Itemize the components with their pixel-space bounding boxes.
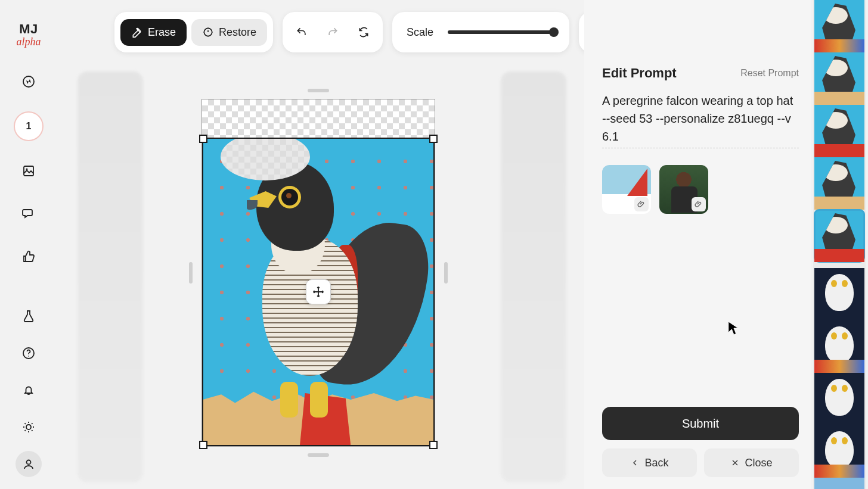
transparent-area: [202, 99, 435, 138]
history-thumb-selected[interactable]: [814, 210, 864, 262]
history-thumb[interactable]: [814, 105, 864, 157]
history-thumb[interactable]: [814, 157, 864, 210]
extend-handle-bottom[interactable]: [308, 453, 329, 457]
logo: MJ alpha: [16, 21, 41, 48]
history-thumb[interactable]: [814, 268, 864, 320]
erase-label: Erase: [148, 26, 176, 39]
back-label: Back: [644, 457, 668, 469]
restore-label: Restore: [219, 26, 256, 39]
scale-label: Scale: [407, 26, 433, 39]
history-group: [283, 12, 383, 52]
scale-group: Scale: [392, 12, 569, 52]
explore-icon[interactable]: [16, 68, 42, 95]
paperclip-icon: [634, 197, 649, 211]
canvas[interactable]: [202, 99, 435, 447]
crop-handle-bl[interactable]: [199, 441, 207, 449]
gallery-icon[interactable]: [16, 158, 42, 184]
scale-slider[interactable]: [448, 30, 555, 34]
history-strip: [813, 0, 866, 489]
close-button[interactable]: Close: [704, 448, 799, 477]
logo-mj: MJ: [16, 21, 41, 37]
redo-button[interactable]: [320, 19, 346, 45]
left-sidebar: MJ alpha 1: [0, 0, 57, 489]
svg-marker-1: [26, 79, 31, 84]
erase-restore-group: Erase Restore: [114, 12, 273, 52]
theme-icon[interactable]: [16, 414, 42, 440]
history-thumb[interactable]: [814, 0, 864, 52]
prompt-textarea[interactable]: A peregrine falcon wearing a top hat --s…: [602, 92, 799, 148]
previous-image-preview: [78, 71, 143, 482]
history-thumb[interactable]: [814, 52, 864, 105]
erase-button[interactable]: Erase: [120, 19, 187, 46]
lab-icon[interactable]: [16, 303, 42, 329]
help-icon[interactable]: [16, 340, 42, 366]
crop-handle-tr[interactable]: [429, 135, 438, 143]
extend-handle-top[interactable]: [308, 89, 329, 92]
thumbs-up-icon[interactable]: [16, 244, 42, 270]
edit-panel: Edit Prompt Reset Prompt A peregrine fal…: [584, 0, 811, 489]
reset-prompt-link[interactable]: Reset Prompt: [740, 68, 799, 79]
bell-icon[interactable]: [16, 377, 42, 403]
chat-icon[interactable]: [16, 201, 42, 227]
move-button[interactable]: [306, 279, 331, 304]
back-button[interactable]: Back: [602, 448, 697, 477]
submit-button[interactable]: Submit: [602, 407, 799, 440]
svg-point-5: [28, 356, 29, 357]
notifications-count-badge[interactable]: 1: [14, 111, 44, 141]
next-image-preview: [501, 71, 566, 482]
crop-handle-br[interactable]: [429, 441, 438, 449]
undo-button[interactable]: [289, 19, 315, 45]
reference-images: [602, 165, 799, 214]
svg-point-7: [27, 460, 31, 465]
logo-alpha: alpha: [16, 36, 41, 48]
history-thumb[interactable]: [814, 478, 864, 489]
profile-icon[interactable]: [16, 451, 42, 477]
close-label: Close: [745, 457, 772, 469]
extend-handle-left[interactable]: [189, 262, 193, 284]
extend-handle-right[interactable]: [444, 262, 448, 284]
edit-prompt-title: Edit Prompt: [602, 66, 677, 81]
history-thumb[interactable]: [814, 373, 864, 425]
restore-button[interactable]: Restore: [191, 19, 267, 46]
history-thumb[interactable]: [814, 320, 864, 373]
scale-slider-thumb[interactable]: [549, 27, 559, 37]
reference-image-2[interactable]: [659, 165, 708, 214]
crop-frame[interactable]: [202, 138, 435, 446]
reset-button[interactable]: [351, 19, 377, 45]
crop-handle-tl[interactable]: [199, 135, 207, 143]
svg-rect-2: [24, 166, 33, 176]
paperclip-icon: [692, 197, 706, 211]
history-thumb[interactable]: [814, 425, 864, 478]
reference-image-1[interactable]: [602, 165, 651, 214]
svg-point-6: [26, 425, 31, 429]
